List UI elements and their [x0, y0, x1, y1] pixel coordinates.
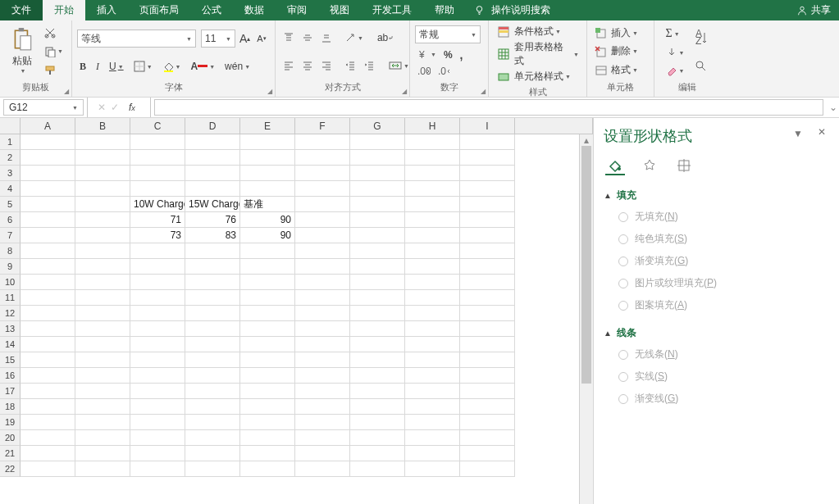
cell-B4[interactable] — [75, 181, 130, 197]
alignment-launcher[interactable]: ◢ — [402, 88, 407, 95]
cell-B7[interactable] — [75, 228, 130, 243]
cell-I1[interactable] — [460, 134, 515, 150]
cell-F1[interactable] — [295, 134, 350, 150]
cell-A18[interactable] — [21, 399, 75, 415]
cell-G14[interactable] — [350, 337, 405, 352]
fill-section-header[interactable]: ▲填充 — [604, 184, 828, 206]
fill-option-1[interactable]: 纯色填充(S) — [604, 228, 828, 250]
cell-H7[interactable] — [405, 228, 460, 243]
row-header-6[interactable]: 6 — [0, 212, 21, 228]
cell-B16[interactable] — [75, 368, 130, 384]
cell-H2[interactable] — [405, 150, 460, 166]
row-header-1[interactable]: 1 — [0, 134, 21, 150]
tab-developer[interactable]: 开发工具 — [361, 0, 423, 20]
cell-I22[interactable] — [460, 461, 515, 477]
cell-C19[interactable] — [130, 415, 185, 430]
cell-B18[interactable] — [75, 399, 130, 415]
cell-F6[interactable] — [295, 212, 350, 228]
cell-G20[interactable] — [350, 430, 405, 446]
fill-color-button[interactable]: ▼ — [160, 60, 184, 73]
cell-H3[interactable] — [405, 166, 460, 181]
cell-B22[interactable] — [75, 461, 130, 477]
cell-F19[interactable] — [295, 415, 350, 430]
cell-F2[interactable] — [295, 150, 350, 166]
tab-insert[interactable]: 插入 — [85, 0, 128, 20]
cell-H5[interactable] — [405, 197, 460, 212]
tab-help[interactable]: 帮助 — [423, 0, 466, 20]
cell-I9[interactable] — [460, 259, 515, 275]
orientation-button[interactable]: ▼ — [342, 31, 366, 44]
cell-G12[interactable] — [350, 306, 405, 321]
cell-D9[interactable] — [185, 259, 240, 275]
pane-options-button[interactable]: ▼ — [793, 128, 803, 139]
cell-A6[interactable] — [21, 212, 75, 228]
col-header-E[interactable]: E — [240, 118, 295, 134]
pane-close-button[interactable]: ✕ — [818, 126, 826, 138]
cell-I19[interactable] — [460, 415, 515, 430]
cell-H15[interactable] — [405, 352, 460, 368]
pane-tab-size[interactable] — [674, 156, 694, 175]
cell-H21[interactable] — [405, 446, 460, 461]
cell-G21[interactable] — [350, 446, 405, 461]
cell-H14[interactable] — [405, 337, 460, 352]
format-painter-button[interactable] — [42, 64, 66, 77]
cell-G4[interactable] — [350, 181, 405, 197]
share-button[interactable]: 共享 — [796, 3, 831, 17]
cell-C16[interactable] — [130, 368, 185, 384]
cell-E22[interactable] — [240, 461, 295, 477]
cell-B5[interactable] — [75, 197, 130, 212]
wrap-text-button[interactable]: ab⤶ — [375, 31, 396, 44]
font-launcher[interactable]: ◢ — [267, 88, 272, 95]
autosum-button[interactable]: Σ▼ — [663, 26, 687, 41]
conditional-format-button[interactable]: 条件格式▼ — [495, 24, 581, 39]
cell-E5[interactable]: 基准 — [240, 197, 295, 212]
row-header-12[interactable]: 12 — [0, 306, 21, 321]
cell-I4[interactable] — [460, 181, 515, 197]
cell-F4[interactable] — [295, 181, 350, 197]
cell-F22[interactable] — [295, 461, 350, 477]
cell-H6[interactable] — [405, 212, 460, 228]
fill-button[interactable]: ▼ — [663, 46, 687, 59]
cell-I14[interactable] — [460, 337, 515, 352]
line-option-0[interactable]: 无线条(N) — [604, 343, 828, 366]
cell-G2[interactable] — [350, 150, 405, 166]
col-header-C[interactable]: C — [130, 118, 185, 134]
tab-file[interactable]: 文件 — [0, 0, 43, 20]
row-header-20[interactable]: 20 — [0, 430, 21, 446]
fill-option-3[interactable]: 图片或纹理填充(P) — [604, 272, 828, 294]
cell-C18[interactable] — [130, 399, 185, 415]
cell-A2[interactable] — [21, 150, 75, 166]
cell-H10[interactable] — [405, 275, 460, 290]
cell-G9[interactable] — [350, 259, 405, 275]
find-select-button[interactable] — [691, 58, 711, 75]
cell-D7[interactable]: 83 — [185, 228, 240, 243]
cell-A21[interactable] — [21, 446, 75, 461]
cells[interactable]: 10W Charger15W Charger基准717690738390 — [21, 134, 593, 504]
cell-D18[interactable] — [185, 399, 240, 415]
cell-I13[interactable] — [460, 321, 515, 337]
cell-B6[interactable] — [75, 212, 130, 228]
cell-C17[interactable] — [130, 384, 185, 399]
cell-I15[interactable] — [460, 352, 515, 368]
cell-D22[interactable] — [185, 461, 240, 477]
cell-D4[interactable] — [185, 181, 240, 197]
col-header-I[interactable]: I — [460, 118, 515, 134]
cell-D5[interactable]: 15W Charger — [185, 197, 240, 212]
font-size-combo[interactable]: 11▼ — [201, 30, 235, 48]
cell-F12[interactable] — [295, 306, 350, 321]
cell-H8[interactable] — [405, 243, 460, 259]
cell-F13[interactable] — [295, 321, 350, 337]
cell-G1[interactable] — [350, 134, 405, 150]
align-right-button[interactable] — [318, 59, 335, 72]
bold-button[interactable]: B — [77, 60, 89, 74]
col-header-H[interactable]: H — [405, 118, 460, 134]
cell-E10[interactable] — [240, 275, 295, 290]
cell-C2[interactable] — [130, 150, 185, 166]
cell-C10[interactable] — [130, 275, 185, 290]
cell-G7[interactable] — [350, 228, 405, 243]
tab-page-layout[interactable]: 页面布局 — [128, 0, 190, 20]
cell-A10[interactable] — [21, 275, 75, 290]
cell-C22[interactable] — [130, 461, 185, 477]
cell-B20[interactable] — [75, 430, 130, 446]
cell-F5[interactable] — [295, 197, 350, 212]
